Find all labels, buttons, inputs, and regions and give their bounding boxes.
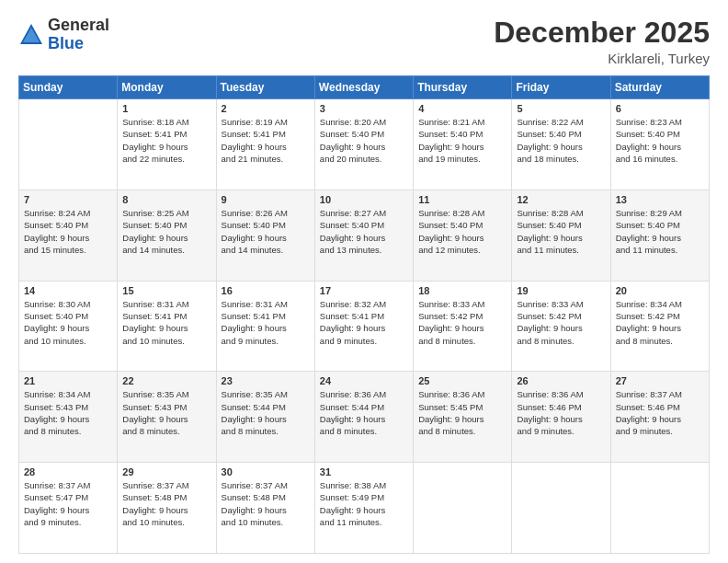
- logo: General Blue: [18, 17, 109, 53]
- calendar-cell: 25Sunrise: 8:36 AM Sunset: 5:45 PM Dayli…: [414, 372, 512, 463]
- day-number: 27: [616, 375, 704, 386]
- day-info: Sunrise: 8:37 AM Sunset: 5:47 PM Dayligh…: [24, 479, 112, 528]
- day-info: Sunrise: 8:29 AM Sunset: 5:40 PM Dayligh…: [616, 207, 704, 256]
- calendar-cell: [19, 99, 118, 190]
- logo-general: General: [48, 17, 109, 35]
- calendar-cell: 11Sunrise: 8:28 AM Sunset: 5:40 PM Dayli…: [414, 190, 512, 281]
- day-number: 4: [418, 103, 506, 114]
- day-number: 28: [24, 466, 112, 477]
- col-saturday: Saturday: [610, 76, 709, 99]
- day-number: 10: [320, 194, 408, 205]
- day-number: 24: [320, 375, 408, 386]
- day-number: 5: [517, 103, 605, 114]
- calendar-cell: 1Sunrise: 8:18 AM Sunset: 5:41 PM Daylig…: [118, 99, 216, 190]
- day-info: Sunrise: 8:33 AM Sunset: 5:42 PM Dayligh…: [517, 298, 605, 347]
- month-year: December 2025: [494, 17, 710, 49]
- calendar-cell: 13Sunrise: 8:29 AM Sunset: 5:40 PM Dayli…: [610, 190, 709, 281]
- calendar-cell: [610, 463, 709, 554]
- calendar-cell: 3Sunrise: 8:20 AM Sunset: 5:40 PM Daylig…: [314, 99, 413, 190]
- calendar-cell: 21Sunrise: 8:34 AM Sunset: 5:43 PM Dayli…: [19, 372, 118, 463]
- day-number: 30: [222, 466, 310, 477]
- col-wednesday: Wednesday: [314, 76, 413, 99]
- calendar-cell: 15Sunrise: 8:31 AM Sunset: 5:41 PM Dayli…: [118, 281, 216, 372]
- day-info: Sunrise: 8:37 AM Sunset: 5:48 PM Dayligh…: [222, 479, 310, 528]
- day-number: 12: [517, 194, 605, 205]
- calendar-cell: 8Sunrise: 8:25 AM Sunset: 5:40 PM Daylig…: [118, 190, 216, 281]
- calendar-cell: 27Sunrise: 8:37 AM Sunset: 5:46 PM Dayli…: [610, 372, 709, 463]
- calendar-cell: 19Sunrise: 8:33 AM Sunset: 5:42 PM Dayli…: [512, 281, 610, 372]
- calendar-cell: 28Sunrise: 8:37 AM Sunset: 5:47 PM Dayli…: [19, 463, 118, 554]
- day-info: Sunrise: 8:33 AM Sunset: 5:42 PM Dayligh…: [418, 298, 506, 347]
- day-info: Sunrise: 8:21 AM Sunset: 5:40 PM Dayligh…: [418, 116, 506, 165]
- day-number: 21: [24, 375, 112, 386]
- day-number: 7: [24, 194, 112, 205]
- day-number: 23: [222, 375, 310, 386]
- calendar-cell: 16Sunrise: 8:31 AM Sunset: 5:41 PM Dayli…: [216, 281, 314, 372]
- col-sunday: Sunday: [19, 76, 118, 99]
- day-number: 31: [320, 466, 408, 477]
- calendar-cell: 6Sunrise: 8:23 AM Sunset: 5:40 PM Daylig…: [610, 99, 709, 190]
- day-number: 29: [122, 466, 210, 477]
- calendar-cell: 30Sunrise: 8:37 AM Sunset: 5:48 PM Dayli…: [216, 463, 314, 554]
- calendar-cell: 2Sunrise: 8:19 AM Sunset: 5:41 PM Daylig…: [216, 99, 314, 190]
- day-info: Sunrise: 8:23 AM Sunset: 5:40 PM Dayligh…: [616, 116, 704, 165]
- header-row: Sunday Monday Tuesday Wednesday Thursday…: [19, 76, 710, 99]
- calendar-week-5: 28Sunrise: 8:37 AM Sunset: 5:47 PM Dayli…: [19, 463, 710, 554]
- day-number: 1: [122, 103, 210, 114]
- day-number: 13: [616, 194, 704, 205]
- logo-text: General Blue: [48, 17, 109, 53]
- calendar-cell: 17Sunrise: 8:32 AM Sunset: 5:41 PM Dayli…: [314, 281, 413, 372]
- day-info: Sunrise: 8:30 AM Sunset: 5:40 PM Dayligh…: [24, 298, 112, 347]
- calendar-cell: 12Sunrise: 8:28 AM Sunset: 5:40 PM Dayli…: [512, 190, 610, 281]
- day-info: Sunrise: 8:35 AM Sunset: 5:43 PM Dayligh…: [122, 388, 210, 437]
- calendar-week-1: 1Sunrise: 8:18 AM Sunset: 5:41 PM Daylig…: [19, 99, 710, 190]
- calendar-cell: 31Sunrise: 8:38 AM Sunset: 5:49 PM Dayli…: [314, 463, 413, 554]
- day-number: 11: [418, 194, 506, 205]
- day-info: Sunrise: 8:31 AM Sunset: 5:41 PM Dayligh…: [122, 298, 210, 347]
- day-info: Sunrise: 8:27 AM Sunset: 5:40 PM Dayligh…: [320, 207, 408, 256]
- title-block: December 2025 Kirklareli, Turkey: [494, 17, 710, 66]
- day-info: Sunrise: 8:25 AM Sunset: 5:40 PM Dayligh…: [122, 207, 210, 256]
- day-number: 26: [517, 375, 605, 386]
- day-info: Sunrise: 8:36 AM Sunset: 5:45 PM Dayligh…: [418, 388, 506, 437]
- day-number: 8: [122, 194, 210, 205]
- day-number: 22: [122, 375, 210, 386]
- day-number: 19: [517, 285, 605, 296]
- calendar-body: 1Sunrise: 8:18 AM Sunset: 5:41 PM Daylig…: [19, 99, 710, 554]
- day-info: Sunrise: 8:20 AM Sunset: 5:40 PM Dayligh…: [320, 116, 408, 165]
- logo-blue: Blue: [48, 35, 109, 53]
- calendar-cell: 9Sunrise: 8:26 AM Sunset: 5:40 PM Daylig…: [216, 190, 314, 281]
- day-info: Sunrise: 8:35 AM Sunset: 5:44 PM Dayligh…: [222, 388, 310, 437]
- day-number: 15: [122, 285, 210, 296]
- calendar-cell: 23Sunrise: 8:35 AM Sunset: 5:44 PM Dayli…: [216, 372, 314, 463]
- calendar-header: Sunday Monday Tuesday Wednesday Thursday…: [19, 76, 710, 99]
- day-info: Sunrise: 8:26 AM Sunset: 5:40 PM Dayligh…: [222, 207, 310, 256]
- calendar-cell: 14Sunrise: 8:30 AM Sunset: 5:40 PM Dayli…: [19, 281, 118, 372]
- col-thursday: Thursday: [414, 76, 512, 99]
- day-number: 2: [222, 103, 310, 114]
- page: General Blue December 2025 Kirklareli, T…: [0, 0, 728, 563]
- calendar-week-4: 21Sunrise: 8:34 AM Sunset: 5:43 PM Dayli…: [19, 372, 710, 463]
- calendar-cell: 29Sunrise: 8:37 AM Sunset: 5:48 PM Dayli…: [118, 463, 216, 554]
- logo-icon: [18, 22, 44, 48]
- day-number: 9: [222, 194, 310, 205]
- calendar-cell: 4Sunrise: 8:21 AM Sunset: 5:40 PM Daylig…: [414, 99, 512, 190]
- day-number: 25: [418, 375, 506, 386]
- day-number: 18: [418, 285, 506, 296]
- day-number: 16: [222, 285, 310, 296]
- day-info: Sunrise: 8:37 AM Sunset: 5:46 PM Dayligh…: [616, 388, 704, 437]
- day-info: Sunrise: 8:22 AM Sunset: 5:40 PM Dayligh…: [517, 116, 605, 165]
- day-info: Sunrise: 8:37 AM Sunset: 5:48 PM Dayligh…: [122, 479, 210, 528]
- day-number: 14: [24, 285, 112, 296]
- day-info: Sunrise: 8:28 AM Sunset: 5:40 PM Dayligh…: [517, 207, 605, 256]
- col-monday: Monday: [118, 76, 216, 99]
- day-info: Sunrise: 8:19 AM Sunset: 5:41 PM Dayligh…: [222, 116, 310, 165]
- calendar-table: Sunday Monday Tuesday Wednesday Thursday…: [18, 75, 710, 554]
- calendar-cell: 24Sunrise: 8:36 AM Sunset: 5:44 PM Dayli…: [314, 372, 413, 463]
- day-info: Sunrise: 8:31 AM Sunset: 5:41 PM Dayligh…: [222, 298, 310, 347]
- day-info: Sunrise: 8:38 AM Sunset: 5:49 PM Dayligh…: [320, 479, 408, 528]
- day-info: Sunrise: 8:36 AM Sunset: 5:44 PM Dayligh…: [320, 388, 408, 437]
- day-info: Sunrise: 8:34 AM Sunset: 5:42 PM Dayligh…: [616, 298, 704, 347]
- calendar-cell: [512, 463, 610, 554]
- calendar-cell: 26Sunrise: 8:36 AM Sunset: 5:46 PM Dayli…: [512, 372, 610, 463]
